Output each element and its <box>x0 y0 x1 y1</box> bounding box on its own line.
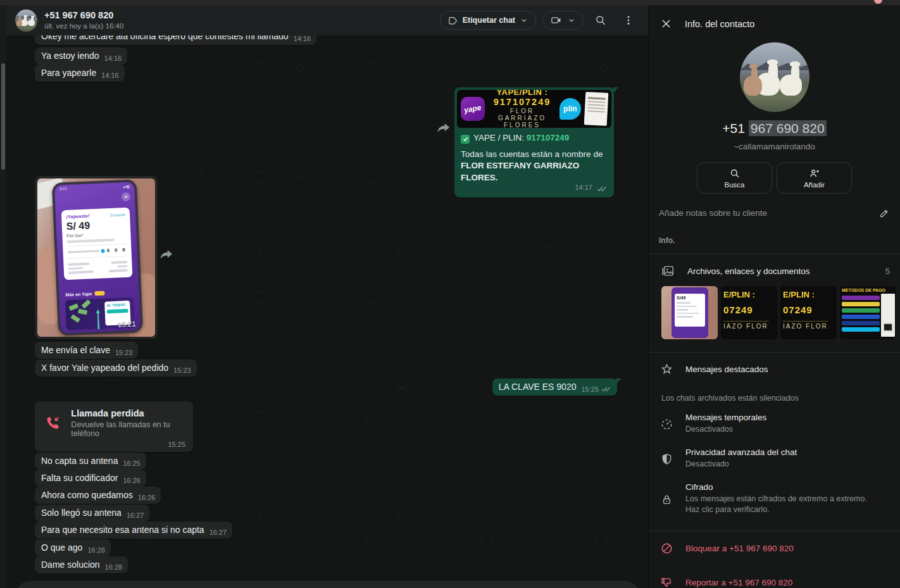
person-add-icon <box>808 168 821 179</box>
yape-receipt-photo[interactable]: 3:21▴▾◧ ✕ ¡Yapeaste! Compartir S/ 49 Flo… <box>37 178 155 337</box>
message-incoming[interactable]: Me envía el clave15:23 <box>35 342 138 359</box>
message-text: No capta su antena <box>41 456 118 466</box>
media-count: 5 <box>885 266 890 276</box>
block-icon <box>660 542 673 555</box>
message-time: 15:25 <box>168 441 185 448</box>
message-time: 16:26 <box>123 477 141 484</box>
message-incoming[interactable]: Para yapearle14:16 <box>35 65 125 82</box>
forward-message-icon[interactable] <box>437 123 451 137</box>
thumbs-down-icon <box>660 576 673 588</box>
disappearing-messages-row[interactable]: Mensajes temporales Desactivados <box>649 405 900 440</box>
media-files-icon <box>660 264 675 278</box>
starred-messages-label: Mensajes destacados <box>685 365 890 374</box>
video-camera-icon <box>550 15 563 26</box>
message-incoming[interactable]: Solo llegó su antena16:27 <box>35 504 149 522</box>
phone-status-time: 3:21 <box>59 187 67 192</box>
search-icon <box>729 168 741 179</box>
message-incoming[interactable]: Ya estoy iendo14:16 <box>35 47 127 65</box>
statue-illustration <box>94 308 101 329</box>
chevron-down-icon <box>567 16 576 25</box>
media-thumb-photo[interactable]: S/49 <box>661 286 718 339</box>
chat-message-area[interactable]: Okey me acercare ala oficina espero que … <box>6 35 648 588</box>
starred-messages-row[interactable]: Mensajes destacados <box>649 353 900 385</box>
media-thumb-yape2[interactable]: E/PLIN : 07249 IAZO FLOR <box>780 286 837 339</box>
message-time: 14:17 <box>575 184 592 191</box>
info-dot-icon <box>101 249 105 253</box>
add-contact-button[interactable]: Añadir <box>777 162 852 194</box>
contact-profile-photo[interactable] <box>740 42 809 112</box>
message-text: LA CLAVE ES 9020 <box>499 382 577 392</box>
contact-name[interactable]: +51 967 690 820 <box>44 10 123 21</box>
label-chat-button[interactable]: Etiquetar chat <box>440 11 536 30</box>
message-time: 14:16 <box>104 54 122 62</box>
message-text: Dame solucion <box>41 560 100 570</box>
chat-column: +51 967 690 820 últ. vez hoy a la(s) 16:… <box>6 5 648 588</box>
message-time: 16:27 <box>209 529 227 536</box>
media-thumb-yape1[interactable]: E/PLIN : 07249 IAZO FLOR <box>721 286 777 339</box>
payment-amount: S/ 49 <box>66 218 126 232</box>
forward-message-icon[interactable] <box>159 249 173 263</box>
row-subtitle: Los mensajes están cifrados de extremo a… <box>685 494 882 515</box>
encryption-row[interactable]: Cifrado Los mensajes están cifrados de e… <box>649 475 900 520</box>
message-input-bar[interactable] <box>16 581 639 588</box>
block-contact-row[interactable]: Bloquear a +51 967 690 820 <box>649 531 900 565</box>
message-incoming[interactable]: O que ago16:28 <box>35 539 111 556</box>
yape-plin-card-message[interactable]: yape YAPE/PLIN : 917107249 FLOR GARRIAZO… <box>454 87 614 197</box>
yape-receipt-card: ¡Yapeaste! Compartir S/ 49 Flor Gar* 6 0… <box>61 208 133 280</box>
chat-list-scrollbar[interactable] <box>1 63 5 170</box>
message-text: Para yapearle <box>41 68 96 78</box>
al-toque-label: AL TOQUE! <box>106 303 128 308</box>
message-incoming[interactable]: No capta su antena16:25 <box>35 453 146 470</box>
yape-line-number[interactable]: 917107249 <box>527 133 570 142</box>
message-text: Ya estoy iendo <box>41 51 99 61</box>
message-time: 15:23 <box>115 349 133 356</box>
thumb-amount: S/49 <box>677 296 703 300</box>
yape-line-label: YAPE / PLIN: <box>473 133 524 142</box>
search-contact-button[interactable]: Busca <box>697 162 772 194</box>
yape-image-title: YAPE/PLIN : <box>487 90 557 97</box>
yape-image-name: FLOR GARRIAZO FLORES <box>487 108 557 128</box>
row-subtitle: Desactivado <box>685 459 797 470</box>
message-outgoing[interactable]: LA CLAVE ES 902015:25 <box>492 378 617 396</box>
selected-phone-text: 967 690 820 <box>749 120 827 136</box>
message-time: 14:16 <box>101 72 119 79</box>
archived-chats-note: Los chats archivados están silenciados <box>649 385 900 405</box>
yape-image-number: 917107249 <box>487 97 557 108</box>
message-time: 16:28 <box>105 563 123 571</box>
message-incoming[interactable]: Dame solucion16:28 <box>35 556 128 573</box>
message-text: Solo llegó su antena <box>41 508 122 518</box>
yape-line2: Todas las cuentas están a nombre de <box>461 149 608 160</box>
tag-icon <box>447 15 458 26</box>
photo-message[interactable]: 3:21▴▾◧ ✕ ¡Yapeaste! Compartir S/ 49 Flo… <box>35 176 158 339</box>
yapeaste-title: ¡Yapeaste! <box>66 213 90 220</box>
contact-phone-number[interactable]: +51 967 690 820 <box>649 121 900 136</box>
message-time: 15:25 <box>581 385 599 393</box>
row-title: Privacidad avanzada del chat <box>685 447 797 457</box>
advanced-chat-privacy-row[interactable]: Privacidad avanzada del chat Desactivado <box>649 440 900 475</box>
message-incoming[interactable]: Para que necesito esa antena si no capta… <box>35 522 232 539</box>
pencil-icon[interactable] <box>879 208 890 218</box>
contact-avatar[interactable] <box>15 9 37 32</box>
close-icon[interactable] <box>660 18 672 30</box>
video-call-button[interactable] <box>542 11 584 30</box>
yape-logo: yape <box>461 97 485 121</box>
message-incoming[interactable]: Falta su codificador16:26 <box>35 470 146 487</box>
media-links-docs-row[interactable]: Archivos, enlaces y documentos 5 <box>649 254 900 284</box>
double-check-icon <box>597 185 608 195</box>
yape-plin-image[interactable]: yape YAPE/PLIN : 917107249 FLOR GARRIAZO… <box>457 90 611 128</box>
lock-icon <box>660 484 673 515</box>
message-incoming[interactable]: Ahora como quedamos16:26 <box>35 487 161 504</box>
mas-en-yape-label: Más en Yape <box>65 291 92 297</box>
chat-menu-button[interactable] <box>618 9 639 31</box>
media-thumb-metodos[interactable]: METODOS DE PAGO <box>840 286 896 339</box>
client-notes-field[interactable]: Añade notas sobre tu cliente <box>659 208 879 218</box>
missed-call-card[interactable]: Llamada perdida Devuelve las llamadas en… <box>35 401 193 452</box>
report-contact-label: Reportar a +51 967 690 820 <box>685 578 792 587</box>
star-icon <box>660 363 673 376</box>
message-incoming[interactable]: X favor Yale yapeado del pedido15:23 <box>35 360 197 377</box>
row-title: Mensajes temporales <box>685 413 766 422</box>
search-in-chat-button[interactable] <box>590 9 611 31</box>
contact-username: ~callamamanirolando <box>649 142 900 151</box>
contact-meta[interactable]: +51 967 690 820 últ. vez hoy a la(s) 16:… <box>44 10 123 30</box>
report-contact-row[interactable]: Reportar a +51 967 690 820 <box>649 565 900 588</box>
